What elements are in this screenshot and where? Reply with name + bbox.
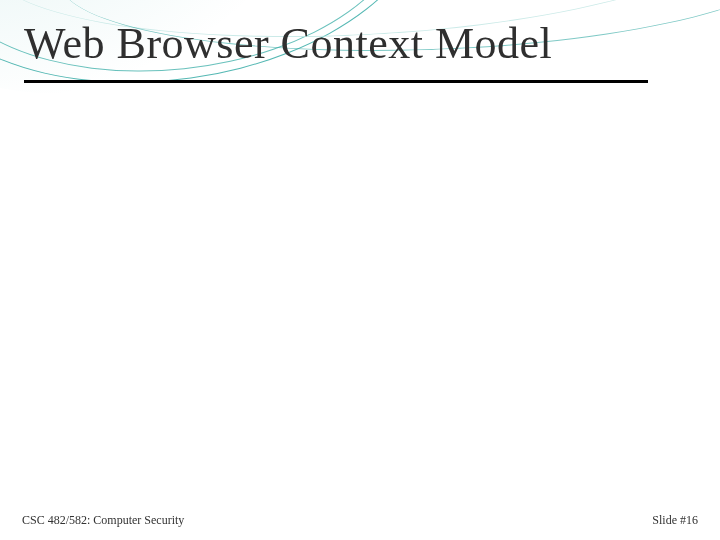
slide-footer: CSC 482/582: Computer Security Slide #16 xyxy=(22,513,698,528)
title-underline xyxy=(24,80,648,83)
slide: Web Browser Context Model CSC 482/582: C… xyxy=(0,0,720,540)
slide-title: Web Browser Context Model xyxy=(24,18,696,75)
footer-course: CSC 482/582: Computer Security xyxy=(22,513,184,528)
footer-slide-number: Slide #16 xyxy=(652,513,698,528)
